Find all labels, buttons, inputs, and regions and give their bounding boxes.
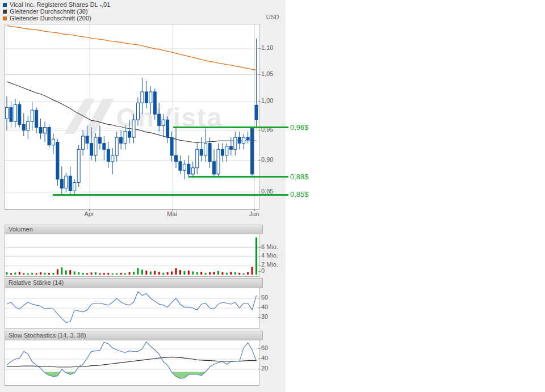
- ma200-swatch-icon: [3, 16, 7, 20]
- volume-tick-mark: [258, 271, 261, 272]
- onvista-watermark: [64, 99, 114, 138]
- chart-legend: Vical Inc. Registered Shares DL -,01 Gle…: [3, 1, 110, 22]
- price-chart-plot: OnVista: [5, 24, 259, 210]
- stochastics-tick-mark: [258, 369, 261, 369]
- stochastics-panel-plot: [5, 340, 259, 386]
- stochastics-oversold-fill: [7, 340, 257, 378]
- stochastics-panel-header: Slow Stochastics (14, 3, 38): [5, 331, 263, 340]
- legend-item-ma200: Gleitender Durchschnitt (200): [3, 15, 110, 22]
- legend-ma200-label: Gleitender Durchschnitt (200): [10, 15, 91, 22]
- price-tick-mark: [258, 74, 261, 75]
- currency-axis-label: USD: [250, 14, 279, 20]
- volume-chart-svg: [5, 234, 259, 276]
- volume-tick-label: 6 Mio.: [261, 243, 278, 251]
- price-chart-svg: OnVista: [5, 24, 259, 209]
- support-line-label: 0,96$: [290, 123, 309, 132]
- ma38-swatch-icon: [3, 10, 7, 14]
- rsi-panel-header: Relative Stärke (14): [5, 278, 263, 288]
- legend-item-ma38: Gleitender Durchschnitt (38): [3, 8, 110, 15]
- price-tick-label: 1,10: [261, 44, 273, 52]
- price-tick-label: 1,05: [261, 70, 273, 78]
- support-line: [189, 176, 288, 178]
- ma200-line: [7, 26, 257, 70]
- month-axis-label: Jun: [245, 210, 264, 217]
- price-tick-mark: [258, 101, 261, 102]
- rsi-tick-mark: [258, 307, 261, 308]
- stochastics-k-line: [7, 342, 257, 378]
- stochastics-tick-mark: [258, 359, 261, 359]
- month-tick-mark: [172, 209, 173, 211]
- stochastics-tick-label: 60: [261, 344, 268, 352]
- rsi-tick-mark: [258, 298, 261, 298]
- support-line-label: 0,88$: [290, 172, 309, 182]
- month-tick-mark: [254, 209, 255, 211]
- price-tick-mark: [258, 48, 261, 49]
- price-tick-label: 1,00: [261, 97, 273, 104]
- rsi-tick-label: 40: [261, 304, 268, 311]
- instrument-swatch-icon: [3, 3, 7, 7]
- price-tick-mark: [258, 130, 261, 130]
- volume-bars: [6, 237, 258, 275]
- volume-tick-mark: [258, 265, 261, 265]
- stochastics-tick-label: 40: [261, 355, 268, 362]
- volume-panel-header: Volumen: [5, 225, 263, 234]
- stochastics-tick-mark: [258, 348, 261, 349]
- volume-tick-label: 0: [261, 267, 265, 275]
- stochastics-chart-svg: [5, 340, 259, 385]
- onvista-chart-page: Vical Inc. Registered Shares DL -,01 Gle…: [0, 0, 545, 392]
- support-line: [173, 127, 288, 128]
- stochastics-signal-line: [7, 357, 257, 367]
- legend-instrument-label: Vical Inc. Registered Shares DL -,01: [10, 1, 110, 8]
- volume-panel-plot: [5, 234, 259, 277]
- month-axis-label: Apr: [79, 210, 99, 217]
- month-axis-label: Mai: [162, 210, 182, 217]
- price-tick-label: 0,90: [261, 156, 273, 163]
- volume-tick-mark: [258, 256, 261, 256]
- support-line-label: 0,85$: [290, 190, 309, 199]
- legend-item-instrument: Vical Inc. Registered Shares DL -,01: [3, 1, 110, 8]
- month-tick-mark: [89, 209, 90, 211]
- rsi-tick-mark: [258, 317, 261, 318]
- stochastics-tick-label: 20: [261, 365, 268, 372]
- support-line: [53, 194, 288, 196]
- price-tick-mark: [258, 160, 261, 161]
- price-tick-mark: [258, 192, 261, 192]
- volume-tick-label: 4 Mio.: [261, 252, 278, 259]
- rsi-chart-svg: [5, 288, 259, 328]
- rsi-panel-plot: [5, 287, 259, 329]
- volume-tick-mark: [258, 247, 261, 248]
- rsi-tick-label: 50: [261, 294, 268, 301]
- rsi-tick-label: 30: [261, 313, 268, 321]
- legend-ma38-label: Gleitender Durchschnitt (38): [10, 8, 88, 15]
